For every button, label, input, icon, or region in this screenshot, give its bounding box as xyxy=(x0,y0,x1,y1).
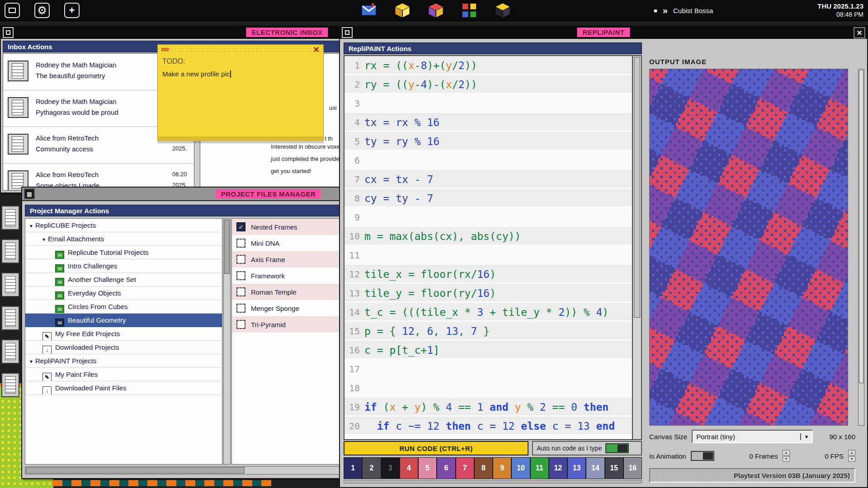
palette-color-14[interactable]: 14 xyxy=(586,457,604,479)
code-line[interactable]: 11 xyxy=(344,246,632,265)
scrollbar-thumb[interactable] xyxy=(859,70,863,383)
palette-color-9[interactable]: 9 xyxy=(493,457,511,479)
code-line[interactable]: 15p = { 12, 6, 13, 7 } xyxy=(344,322,632,341)
palette-color-4[interactable]: 4 xyxy=(400,457,418,479)
tree-item[interactable]: ✎My Free Edit Projects xyxy=(25,327,222,341)
code-line[interactable]: 12tile_x = floor(rx/16) xyxy=(344,265,632,284)
tree-item[interactable]: ✉Another Challenge Set xyxy=(25,273,222,286)
checkbox[interactable] xyxy=(236,287,245,296)
tree-item[interactable]: ✉Beautiful Geometry xyxy=(25,314,222,327)
window-menu-icon[interactable] xyxy=(342,27,353,38)
stepper-down-icon[interactable]: ▾ xyxy=(783,456,790,462)
code-line[interactable]: 20 if c ~= 12 then c = 12 else c = 13 en… xyxy=(344,417,632,436)
code-line[interactable]: 4tx = rx % 16 xyxy=(344,113,632,132)
paint-cube-app-icon[interactable] xyxy=(427,1,445,19)
scrollbar-thumb[interactable] xyxy=(224,220,230,274)
scrollbar-thumb[interactable] xyxy=(634,57,640,318)
window-menu-icon[interactable] xyxy=(3,27,14,38)
desktop-file-icon[interactable] xyxy=(1,306,19,330)
code-line[interactable]: 18 xyxy=(344,379,632,398)
code-line[interactable]: 21 xyxy=(344,436,632,439)
skip-icon[interactable]: » xyxy=(663,5,668,16)
replipaint-actions-bar[interactable]: RepliPAINT Actions xyxy=(344,42,642,54)
checkbox[interactable] xyxy=(236,304,245,313)
code-line[interactable]: 10m = max(abs(cx), abs(cy)) xyxy=(344,227,632,246)
code-line[interactable]: 17 xyxy=(344,360,632,379)
replicube-app-icon[interactable] xyxy=(393,1,411,19)
scrollbar-thumb[interactable] xyxy=(26,467,245,474)
tree-item[interactable]: ✎My Paint Files xyxy=(25,368,222,381)
desktop-file-icon[interactable] xyxy=(1,239,19,263)
palette-color-6[interactable]: 6 xyxy=(437,457,455,479)
sticky-note-drag-handle[interactable]: ✕ xyxy=(158,45,323,54)
code-line[interactable]: 19if (x + y) % 4 == 1 and y % 2 == 0 the… xyxy=(344,398,632,417)
tree-item[interactable]: ↓Downloaded Projects xyxy=(25,341,222,354)
desktop-file-icon[interactable] xyxy=(1,339,19,364)
checkbox[interactable] xyxy=(236,320,245,329)
checkbox[interactable] xyxy=(236,239,245,248)
palette-color-16[interactable]: 16 xyxy=(623,457,642,479)
code-scrollbar[interactable] xyxy=(632,56,641,439)
code-line[interactable]: 13tile_y = floor(ry/16) xyxy=(344,284,632,303)
close-button[interactable]: ✕ xyxy=(854,27,865,38)
minimize-icon[interactable] xyxy=(161,48,169,51)
tree-item[interactable]: ↓Downloaded Paint Files xyxy=(25,381,222,395)
window-menu-icon[interactable]: ▦ xyxy=(24,188,35,199)
code-line[interactable]: 2ry = ((y-4)-(x/2)) xyxy=(344,75,632,94)
mail-app-icon[interactable] xyxy=(360,1,378,19)
palette-color-10[interactable]: 10 xyxy=(511,457,530,479)
tree-item[interactable]: ✉Circles From Cubes xyxy=(25,300,222,314)
output-scrollbar[interactable] xyxy=(858,69,864,426)
tree-scrollbar[interactable] xyxy=(223,218,231,465)
code-line[interactable]: 6 xyxy=(344,151,632,170)
new-window-button[interactable]: + xyxy=(64,3,80,18)
tree-item[interactable]: ✉Replicube Tutorial Projects xyxy=(25,246,222,259)
desktop-file-icon[interactable] xyxy=(1,272,19,297)
palette-color-1[interactable]: 1 xyxy=(344,457,362,479)
code-line[interactable]: 5ty = ry % 16 xyxy=(344,132,632,151)
stepper-up-icon[interactable]: ▴ xyxy=(848,450,855,455)
checkbox[interactable]: ✓ xyxy=(236,222,245,231)
palette-color-3[interactable]: 3 xyxy=(381,457,400,479)
sticky-note[interactable]: ✕ TODO: Make a new profile pic xyxy=(157,44,324,141)
desktop-file-icon[interactable] xyxy=(1,373,19,397)
color-palette-app-icon[interactable] xyxy=(460,1,478,19)
palette-color-5[interactable]: 5 xyxy=(418,457,437,479)
close-icon[interactable]: ✕ xyxy=(313,45,320,55)
tree-item[interactable]: ✉Intro Challenges xyxy=(25,259,222,273)
replipaint-titlebar[interactable]: REPLIPAINT ✕ xyxy=(340,26,867,39)
tree-item[interactable]: ▾RepliCUBE Projects xyxy=(25,219,222,232)
settings-button[interactable]: ⚙ xyxy=(34,3,50,18)
checkbox[interactable] xyxy=(236,255,245,264)
palette-color-8[interactable]: 8 xyxy=(474,457,493,479)
is-animation-toggle[interactable] xyxy=(691,451,714,461)
code-line[interactable]: 1rx = ((x-8)+(y/2)) xyxy=(344,56,632,75)
auto-run-toggle[interactable] xyxy=(605,443,629,453)
code-line[interactable]: 7cx = tx - 7 xyxy=(344,170,632,189)
sticky-note-text[interactable]: Make a new profile pic xyxy=(162,70,231,78)
tree-item[interactable]: ▾Email Attachments xyxy=(25,232,222,246)
palette-color-15[interactable]: 15 xyxy=(605,457,623,479)
stepper-up-icon[interactable]: ▴ xyxy=(783,450,790,455)
code-line[interactable]: 9 xyxy=(344,208,632,227)
code-line[interactable]: 3 xyxy=(344,94,632,113)
stop-icon[interactable]: ■ xyxy=(654,7,657,14)
tree-item[interactable]: ▾RepliPAINT Projects xyxy=(25,354,222,368)
code-editor[interactable]: 1rx = ((x-8)+(y/2))2ry = ((y-4)-(x/2))34… xyxy=(344,55,642,440)
display-window-button[interactable] xyxy=(5,3,20,18)
tree-item[interactable]: ✉Everyday Objects xyxy=(25,286,222,300)
code-line[interactable]: 16c = p[t_c+1] xyxy=(344,341,632,360)
palette-color-7[interactable]: 7 xyxy=(456,457,474,479)
palette-color-13[interactable]: 13 xyxy=(567,457,586,479)
code-line[interactable]: 8cy = ty - 7 xyxy=(344,189,632,208)
canvas-size-dropdown[interactable]: Portrait (tiny) ▾ xyxy=(692,430,813,443)
palette-color-12[interactable]: 12 xyxy=(549,457,567,479)
run-code-button[interactable]: RUN CODE (CTRL+R) xyxy=(344,441,528,455)
checkbox[interactable] xyxy=(236,271,245,280)
desktop-file-icon[interactable] xyxy=(1,206,19,230)
palette-color-2[interactable]: 2 xyxy=(362,457,381,479)
code-horizontal-scrollbar[interactable] xyxy=(344,480,642,483)
code-line[interactable]: 14t_c = (((tile_x * 3 + tile_y * 2)) % 4… xyxy=(344,303,632,322)
stepper-down-icon[interactable]: ▾ xyxy=(848,456,855,462)
palette-color-11[interactable]: 11 xyxy=(530,457,549,479)
